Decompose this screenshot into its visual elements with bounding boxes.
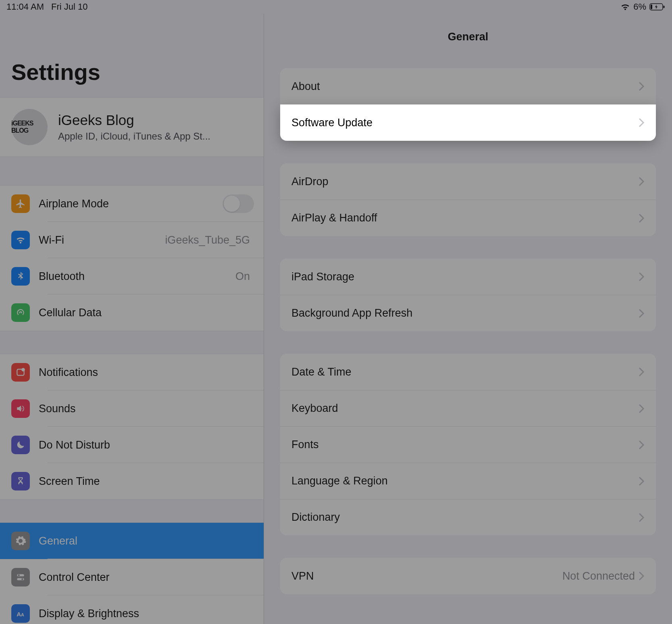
svg-point-4 xyxy=(21,368,25,371)
row-keyboard[interactable]: Keyboard xyxy=(280,390,656,426)
svg-rect-1 xyxy=(664,6,665,8)
chevron-right-icon xyxy=(639,367,645,376)
sidebar-item-label: Do Not Disturb xyxy=(39,439,254,451)
sidebar-group-alerts: Notifications Sounds Do Not Disturb Scre… xyxy=(0,354,264,500)
settings-title: Settings xyxy=(0,14,264,97)
row-about[interactable]: About xyxy=(280,68,656,104)
chevron-right-icon xyxy=(639,572,645,580)
settings-sidebar: Settings iGEEKS BLOG iGeeks Blog Apple I… xyxy=(0,14,264,624)
sidebar-item-label: General xyxy=(39,535,254,547)
row-label: Dictionary xyxy=(291,511,639,524)
sidebar-item-dnd[interactable]: Do Not Disturb xyxy=(0,427,264,463)
sidebar-item-label: Cellular Data xyxy=(39,307,254,319)
sidebar-item-label: Airplane Mode xyxy=(39,198,223,210)
sidebar-item-screentime[interactable]: Screen Time xyxy=(0,463,264,499)
row-label: Language & Region xyxy=(291,475,639,487)
hourglass-icon xyxy=(11,472,30,490)
svg-rect-2 xyxy=(651,4,652,9)
sidebar-item-label: Screen Time xyxy=(39,475,254,488)
sidebar-item-label: Bluetooth xyxy=(39,270,235,283)
chevron-right-icon xyxy=(639,214,645,223)
sidebar-item-airplane-mode[interactable]: Airplane Mode xyxy=(0,186,264,222)
notifications-icon xyxy=(11,363,30,382)
svg-text:A: A xyxy=(17,611,21,618)
section-system: Date & Time Keyboard Fonts Language & Re… xyxy=(280,354,656,535)
chevron-right-icon xyxy=(639,404,645,413)
sidebar-item-label: Sounds xyxy=(39,403,254,415)
chevron-right-icon xyxy=(639,513,645,522)
account-subtitle: Apple ID, iCloud, iTunes & App St... xyxy=(58,131,210,142)
airplane-toggle[interactable] xyxy=(223,194,254,213)
sidebar-item-label: Notifications xyxy=(39,366,254,379)
wifi-status-icon xyxy=(620,3,630,11)
switches-icon xyxy=(11,568,30,586)
row-label: VPN xyxy=(291,570,562,582)
gear-icon xyxy=(11,532,30,550)
row-fonts[interactable]: Fonts xyxy=(280,426,656,463)
detail-title: General xyxy=(264,14,672,68)
sidebar-item-notifications[interactable]: Notifications xyxy=(0,354,264,390)
row-label: AirDrop xyxy=(291,175,639,188)
sidebar-item-sounds[interactable]: Sounds xyxy=(0,390,264,427)
sounds-icon xyxy=(11,399,30,418)
row-label: About xyxy=(291,80,639,93)
chevron-right-icon xyxy=(639,119,645,127)
apple-id-row[interactable]: iGEEKS BLOG iGeeks Blog Apple ID, iCloud… xyxy=(0,97,264,157)
section-storage: iPad Storage Background App Refresh xyxy=(280,259,656,331)
wifi-network-value: iGeeks_Tube_5G xyxy=(165,234,250,246)
wifi-icon xyxy=(11,231,30,249)
row-airplay[interactable]: AirPlay & Handoff xyxy=(280,200,656,236)
sidebar-item-label: Wi-Fi xyxy=(39,234,165,246)
chevron-right-icon xyxy=(639,477,645,486)
text-size-icon: AA xyxy=(11,604,30,623)
section-sharing: AirDrop AirPlay & Handoff xyxy=(280,163,656,236)
chevron-right-icon xyxy=(639,272,645,281)
sidebar-item-bluetooth[interactable]: Bluetooth On xyxy=(0,258,264,294)
svg-point-7 xyxy=(18,574,20,576)
section-vpn: VPN Not Connected xyxy=(280,558,656,594)
moon-icon xyxy=(11,436,30,454)
battery-charging-icon xyxy=(649,3,666,11)
sidebar-item-general[interactable]: General xyxy=(0,523,264,559)
sidebar-item-control-center[interactable]: Control Center xyxy=(0,559,264,595)
bluetooth-value: On xyxy=(235,270,250,283)
sidebar-item-label: Control Center xyxy=(39,571,254,584)
row-software-update[interactable]: Software Update xyxy=(280,104,656,141)
row-label: Fonts xyxy=(291,438,639,451)
bluetooth-icon xyxy=(11,267,30,286)
sidebar-group-device: General Control Center AA Display & Brig… xyxy=(0,522,264,624)
status-time: 11:04 AM xyxy=(6,2,44,12)
svg-point-8 xyxy=(21,578,23,580)
account-name: iGeeks Blog xyxy=(58,112,210,128)
vpn-value: Not Connected xyxy=(562,570,635,582)
row-datetime[interactable]: Date & Time xyxy=(280,354,656,390)
row-dictionary[interactable]: Dictionary xyxy=(280,499,656,535)
row-airdrop[interactable]: AirDrop xyxy=(280,163,656,200)
row-language[interactable]: Language & Region xyxy=(280,463,656,499)
row-label: AirPlay & Handoff xyxy=(291,212,639,224)
chevron-right-icon xyxy=(639,309,645,318)
row-label: Date & Time xyxy=(291,366,639,378)
airplane-icon xyxy=(11,194,30,213)
row-label: Software Update xyxy=(291,117,639,129)
svg-text:A: A xyxy=(21,612,24,617)
cellular-icon xyxy=(11,303,30,322)
row-bg-refresh[interactable]: Background App Refresh xyxy=(280,295,656,331)
row-label: Keyboard xyxy=(291,402,639,415)
sidebar-item-label: Display & Brightness xyxy=(39,607,254,620)
sidebar-item-wifi[interactable]: Wi-Fi iGeeks_Tube_5G xyxy=(0,222,264,258)
row-label: iPad Storage xyxy=(291,271,639,283)
status-date: Fri Jul 10 xyxy=(51,2,87,12)
section-about: About Software Update xyxy=(280,68,656,141)
sidebar-item-display[interactable]: AA Display & Brightness xyxy=(0,595,264,624)
row-storage[interactable]: iPad Storage xyxy=(280,259,656,295)
row-vpn[interactable]: VPN Not Connected xyxy=(280,558,656,594)
status-bar: 11:04 AM Fri Jul 10 6% xyxy=(0,0,672,14)
sidebar-item-cellular[interactable]: Cellular Data xyxy=(0,294,264,331)
sidebar-group-connectivity: Airplane Mode Wi-Fi iGeeks_Tube_5G Bluet… xyxy=(0,185,264,331)
chevron-right-icon xyxy=(639,82,645,91)
detail-pane: General About Software Update AirDrop Ai… xyxy=(264,14,672,624)
battery-percent: 6% xyxy=(633,2,646,12)
avatar: iGEEKS BLOG xyxy=(11,109,48,145)
chevron-right-icon xyxy=(639,440,645,449)
